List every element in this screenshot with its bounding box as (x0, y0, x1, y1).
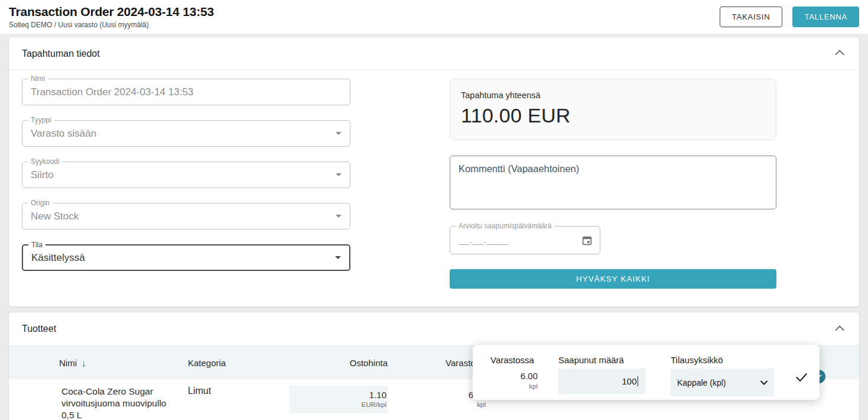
column-header-ostohinta[interactable]: Ostohinta (290, 358, 388, 368)
chevron-down-icon (760, 380, 768, 385)
origin-value: New Stock (22, 203, 350, 229)
reason-code-value: Siirto (22, 162, 350, 188)
received-amount-input[interactable]: 100 (558, 369, 645, 394)
type-field[interactable]: Tyyppi Varasto sisään (22, 120, 350, 147)
back-button[interactable]: TAKAISIN (720, 7, 783, 27)
order-unit-select[interactable]: Kappale (kpl) (671, 369, 774, 396)
status-field[interactable]: Tila Käsittelyssä (22, 244, 350, 271)
transaction-total-box: Tapahtuma yhteensä 110.00 EUR (450, 79, 776, 140)
dropdown-arrow-icon (336, 215, 342, 218)
popup-in-stock-value: 6.00 (490, 371, 538, 381)
type-field-label: Tyyppi (28, 116, 54, 124)
status-label: Tila (28, 241, 45, 249)
transaction-total-value: 110.00 EUR (461, 104, 765, 127)
text-cursor (638, 376, 639, 386)
transaction-form-left: Nimi Tyyppi Varasto sisään Syykoodi Siir… (22, 79, 350, 289)
column-header-kategoria[interactable]: Kategoria (177, 358, 290, 368)
dropdown-arrow-icon (336, 173, 342, 176)
product-name-cell: Coca-Cola Zero Sugar virvoitusjuoma muov… (59, 386, 177, 420)
origin-field[interactable]: Origin New Stock (22, 203, 350, 230)
arrival-date-placeholder: __.__.____ (450, 227, 600, 254)
quantity-edit-popup: Varastossa 6.00 kpl Saapunut määrä 100 T… (473, 345, 820, 400)
dropdown-arrow-icon (335, 256, 341, 259)
chevron-up-icon[interactable] (835, 50, 844, 59)
in-stock-unit: kpl (388, 401, 486, 408)
order-unit-value: Kappale (kpl) (677, 378, 726, 387)
check-icon (795, 370, 808, 384)
products-section-title: Tuotteet (22, 324, 56, 334)
page: Transaction Order 2024-03-14 13:53 Solte… (0, 0, 868, 420)
name-input[interactable] (22, 79, 350, 105)
popup-in-stock-group: Varastossa 6.00 kpl (490, 355, 538, 400)
arrival-date-field[interactable]: Arvioitu saapumispäivämäärä __.__.____ (450, 226, 600, 254)
received-amount-value: 100 (622, 376, 636, 386)
transaction-form-right: Tapahtuma yhteensä 110.00 EUR Arvioitu s… (450, 79, 776, 289)
popup-received-group: Saapunut määrä 100 (558, 355, 645, 400)
purchase-price-cell[interactable]: 1.10 EUR/kpl (290, 386, 388, 413)
reason-code-label: Syykoodi (28, 157, 63, 166)
products-section-header[interactable]: Tuotteet (9, 312, 859, 345)
arrival-date-label: Arvioitu saapumispäivämäärä (456, 222, 554, 230)
popup-in-stock-label: Varastossa (490, 355, 538, 365)
origin-label: Origin (28, 199, 53, 207)
transaction-details-card: Tapahtuman tiedot Nimi Tyyppi Varasto si… (8, 37, 860, 307)
product-name: Coca-Cola Zero Sugar virvoitusjuoma muov… (59, 386, 177, 420)
name-field-label: Nimi (28, 75, 48, 83)
header-titles: Transaction Order 2024-03-14 13:53 Solte… (9, 5, 214, 29)
transaction-section-body: Nimi Tyyppi Varasto sisään Syykoodi Siir… (9, 70, 859, 306)
sort-descending-icon[interactable]: ↓ (82, 358, 86, 368)
reason-code-field[interactable]: Syykoodi Siirto (22, 161, 350, 188)
status-value: Käsittelyssä (23, 245, 349, 270)
popup-confirm-button[interactable] (795, 370, 808, 386)
purchase-price-unit: EUR/kpl (291, 401, 386, 408)
calendar-icon[interactable] (581, 235, 593, 248)
type-select-value: Varasto sisään (22, 121, 350, 146)
name-field: Nimi (22, 79, 350, 105)
in-stock-value: 6.00 (388, 390, 486, 400)
comment-textarea[interactable] (450, 156, 776, 209)
page-title: Transaction Order 2024-03-14 13:53 (9, 5, 214, 19)
popup-order-unit-group: Tilausyksikkö Kappale (kpl) (671, 355, 774, 400)
top-bar: Transaction Order 2024-03-14 13:53 Solte… (0, 0, 868, 34)
transaction-section-title: Tapahtuman tiedot (22, 49, 100, 59)
header-actions: TAKAISIN TALLENNA (720, 7, 859, 27)
purchase-price-box: 1.10 EUR/kpl (290, 386, 388, 413)
purchase-price-value: 1.10 (291, 390, 386, 400)
dropdown-arrow-icon (336, 132, 342, 135)
product-category: Limut (177, 386, 290, 396)
popup-order-unit-label: Tilausyksikkö (671, 355, 774, 365)
breadcrumb: Solteq DEMO / Uusi varasto (Uusi myymälä… (9, 21, 214, 29)
save-button[interactable]: TALLENNA (792, 7, 859, 27)
chevron-up-icon[interactable] (835, 325, 844, 335)
transaction-total-label: Tapahtuma yhteensä (461, 91, 765, 100)
approve-all-button[interactable]: HYVÄKSY KAIKKI (450, 269, 776, 289)
popup-in-stock-unit: kpl (490, 383, 538, 390)
popup-received-label: Saapunut määrä (558, 355, 645, 365)
column-header-nimi[interactable]: Nimi ↓ (59, 358, 177, 368)
transaction-section-header[interactable]: Tapahtuman tiedot (9, 37, 859, 70)
